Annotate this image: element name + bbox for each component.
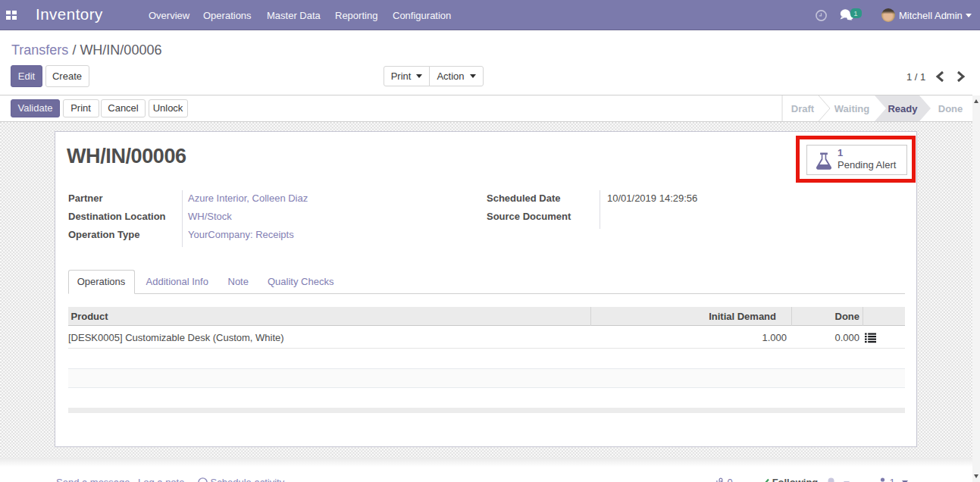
svg-text:Draft: Draft bbox=[791, 103, 815, 114]
svg-text:Waiting: Waiting bbox=[834, 103, 870, 114]
svg-text:Done: Done bbox=[938, 103, 963, 114]
svg-text:Ready: Ready bbox=[888, 103, 918, 114]
